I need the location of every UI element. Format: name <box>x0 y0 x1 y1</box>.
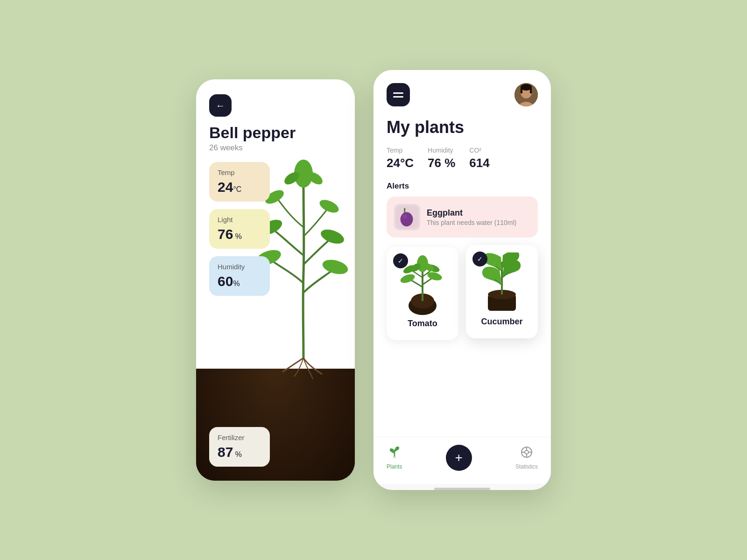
phone-left: ← Bell pepper 26 weeks Temp 24°C Light 7… <box>196 79 355 481</box>
metrics-row: Temp 24°C Humidity 76 % CO² 614 <box>387 147 538 170</box>
plants-nav-icon <box>388 446 401 462</box>
phone-right: My plants Temp 24°C Humidity 76 % CO² 61… <box>374 70 551 490</box>
menu-line-2 <box>393 96 403 98</box>
tomato-check-badge: ✓ <box>393 253 408 268</box>
metric-co2-value: 614 <box>469 156 489 170</box>
light-label: Light <box>218 216 261 224</box>
alert-card[interactable]: Eggplant This plant needs water (110ml) <box>387 196 538 238</box>
alerts-title: Alerts <box>387 182 538 191</box>
menu-line-1 <box>393 92 403 94</box>
light-card: Light 76 % <box>209 209 270 249</box>
eggplant-icon-svg <box>396 206 418 228</box>
back-arrow-icon: ← <box>216 100 225 111</box>
bell-pepper-duration: 26 weeks <box>209 143 342 153</box>
bottom-nav: Plants + Statistics <box>374 437 551 484</box>
svg-rect-14 <box>530 88 532 93</box>
right-header <box>387 83 538 106</box>
alert-plant-icon <box>394 204 420 230</box>
menu-button[interactable] <box>387 83 410 106</box>
add-plant-button[interactable]: + <box>446 445 472 471</box>
metric-temp-label: Temp <box>387 147 414 154</box>
cucumber-name: Cucumber <box>481 317 522 327</box>
svg-point-5 <box>317 197 340 216</box>
metric-temp-value: 24°C <box>387 156 414 170</box>
alert-plant-name: Eggplant <box>427 208 516 218</box>
metric-humidity: Humidity 76 % <box>428 147 455 170</box>
humidity-label: Humidity <box>218 263 261 271</box>
plants-grid: ✓ <box>387 247 538 340</box>
svg-point-18 <box>402 214 407 219</box>
tomato-card[interactable]: ✓ <box>387 247 458 340</box>
back-button[interactable]: ← <box>209 94 232 117</box>
nav-plants[interactable]: Plants <box>387 446 402 470</box>
svg-rect-13 <box>521 88 522 93</box>
nav-statistics[interactable]: Statistics <box>515 446 538 470</box>
metric-humidity-label: Humidity <box>428 147 455 154</box>
svg-point-17 <box>401 212 413 226</box>
metric-temp: Temp 24°C <box>387 147 414 170</box>
humidity-card: Humidity 60% <box>209 256 270 296</box>
svg-rect-39 <box>393 456 396 458</box>
phone-left-top: ← Bell pepper 26 weeks <box>196 79 355 162</box>
svg-point-26 <box>399 273 416 285</box>
plants-icon-svg <box>388 446 401 459</box>
fertilizer-value: 87 % <box>218 444 261 460</box>
phone-right-content: My plants Temp 24°C Humidity 76 % CO² 61… <box>374 70 551 437</box>
avatar-svg <box>514 83 538 106</box>
svg-line-22 <box>411 280 423 287</box>
statistics-icon-svg <box>520 446 533 459</box>
page-container: ← Bell pepper 26 weeks Temp 24°C Light 7… <box>196 70 551 490</box>
svg-point-41 <box>525 450 529 454</box>
tomato-name: Tomato <box>408 319 437 329</box>
temp-value: 24°C <box>218 179 261 195</box>
cucumber-check-badge: ✓ <box>472 252 487 266</box>
fertilizer-label: Fertilizer <box>218 434 261 441</box>
temp-card: Temp 24°C <box>209 162 270 202</box>
plant-svg <box>257 139 350 381</box>
svg-point-3 <box>321 258 349 277</box>
fertilizer-card-wrapper: Fertilizer 87 % <box>209 427 270 467</box>
metric-co2: CO² 614 <box>469 147 489 170</box>
statistics-nav-label: Statistics <box>515 463 538 470</box>
left-content-area: Temp 24°C Light 76 % Humidity 60% <box>196 162 355 481</box>
alert-message: This plant needs water (110ml) <box>427 219 516 226</box>
stats-cards: Temp 24°C Light 76 % Humidity 60% <box>209 162 270 296</box>
fertilizer-card: Fertilizer 87 % <box>209 427 270 467</box>
bell-pepper-title: Bell pepper <box>209 124 342 141</box>
humidity-value: 60% <box>218 273 261 289</box>
alerts-section: Alerts Eggplant This plant needs wa <box>387 182 538 238</box>
user-avatar[interactable] <box>514 83 538 106</box>
alert-text: Eggplant This plant needs water (110ml) <box>427 208 516 226</box>
add-icon: + <box>455 450 462 465</box>
svg-point-4 <box>319 227 346 246</box>
statistics-nav-icon <box>520 446 533 462</box>
light-value: 76 % <box>218 226 261 242</box>
temp-label: Temp <box>218 168 261 176</box>
metric-co2-label: CO² <box>469 147 489 154</box>
cucumber-card[interactable]: ✓ <box>466 245 538 338</box>
metric-humidity-value: 76 % <box>428 156 455 170</box>
home-indicator <box>434 488 490 490</box>
plants-nav-label: Plants <box>387 463 402 470</box>
my-plants-title: My plants <box>387 118 538 137</box>
